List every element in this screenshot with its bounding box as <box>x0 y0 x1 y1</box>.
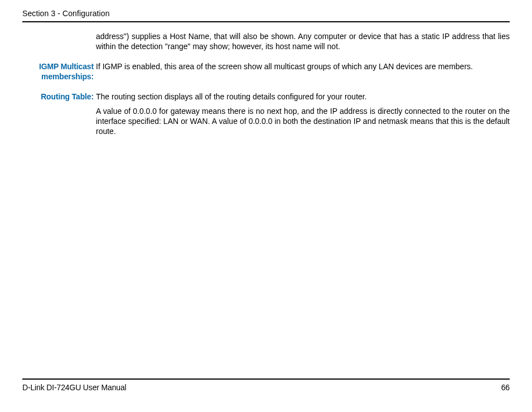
igmp-label: IGMP Multicast memberships: <box>39 62 94 81</box>
igmp-body: If IGMP is enabled, this area of the scr… <box>96 61 510 71</box>
igmp-text: If IGMP is enabled, this area of the scr… <box>96 61 510 71</box>
routing-body: The routing section displays all of the … <box>96 92 510 136</box>
routing-label-col: Routing Table: <box>22 92 96 102</box>
igmp-label-col: IGMP Multicast memberships: <box>22 61 96 82</box>
intro-row: address") supplies a Host Name, that wil… <box>22 31 510 51</box>
footer-row: D-Link DI-724GU User Manual 66 <box>22 383 510 392</box>
header-divider <box>22 21 510 22</box>
section-header: Section 3 - Configuration <box>22 9 510 21</box>
footer-page-number: 66 <box>501 383 510 392</box>
footer-divider <box>22 379 510 380</box>
footer-manual-name: D-Link DI-724GU User Manual <box>22 383 127 392</box>
routing-p1: The routing section displays all of the … <box>96 92 510 102</box>
routing-p2: A value of 0.0.0.0 for gateway means the… <box>96 106 510 136</box>
intro-text: address") supplies a Host Name, that wil… <box>96 31 510 51</box>
routing-row: Routing Table: The routing section displ… <box>22 92 510 136</box>
intro-body: address") supplies a Host Name, that wil… <box>96 31 510 51</box>
content-area: address") supplies a Host Name, that wil… <box>22 31 510 136</box>
igmp-row: IGMP Multicast memberships: If IGMP is e… <box>22 61 510 82</box>
routing-label: Routing Table: <box>41 92 94 101</box>
page-footer: D-Link DI-724GU User Manual 66 <box>22 379 510 392</box>
